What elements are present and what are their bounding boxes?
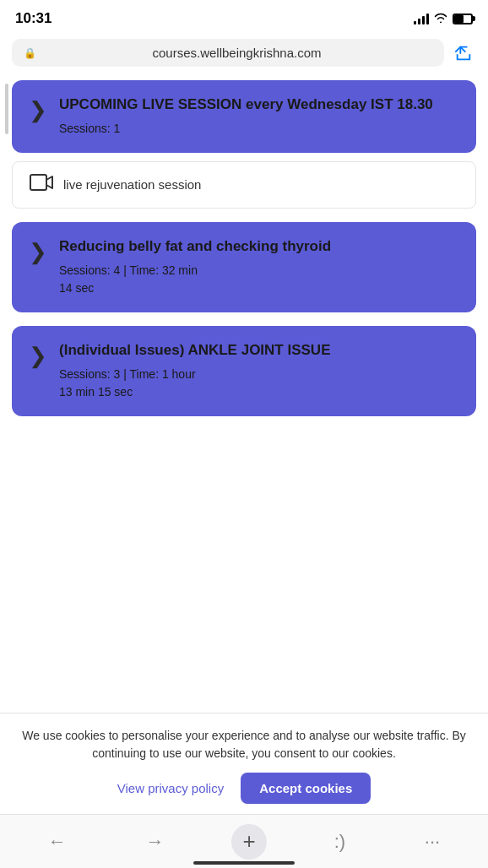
browser-nav-bar: ← → + :) ··· — [0, 814, 488, 868]
card-meta-upcoming: Sessions: 1 — [59, 120, 459, 138]
scrollbar — [5, 84, 8, 134]
cookie-actions: View privacy policy Accept cookies — [17, 773, 471, 804]
status-bar: 10:31 — [0, 0, 488, 34]
accept-cookies-button[interactable]: Accept cookies — [241, 773, 371, 804]
card-title-belly: Reducing belly fat and checking thyroid — [59, 237, 459, 257]
signal-icon — [414, 13, 429, 24]
course-card-ankle[interactable]: ❯ (Individual Issues) ANKLE JOINT ISSUE … — [12, 326, 476, 416]
forward-button[interactable]: → — [133, 824, 176, 860]
wifi-icon — [434, 12, 447, 25]
course-card-upcoming-live[interactable]: ❯ UPCOMING LIVE SESSION every Wednesday … — [12, 80, 476, 153]
card-title-ankle: (Individual Issues) ANKLE JOINT ISSUE — [59, 341, 459, 361]
dropdown-text: live rejuvenation session — [63, 177, 201, 192]
browser-bar: 🔒 courses.wellbeingkrishna.com — [0, 34, 488, 72]
content-area: ❯ UPCOMING LIVE SESSION every Wednesday … — [0, 72, 488, 416]
status-icons — [414, 12, 473, 25]
chevron-icon: ❯ — [29, 97, 47, 123]
card-text-upcoming: UPCOMING LIVE SESSION every Wednesday IS… — [59, 95, 459, 138]
url-bar[interactable]: 🔒 courses.wellbeingkrishna.com — [12, 39, 444, 67]
tabs-button[interactable]: :) — [323, 824, 357, 860]
card-meta-belly: Sessions: 4 | Time: 32 min14 sec — [59, 262, 459, 297]
video-icon — [30, 174, 53, 196]
url-text: courses.wellbeingkrishna.com — [41, 46, 432, 60]
back-button[interactable]: ← — [36, 824, 79, 860]
privacy-policy-link[interactable]: View privacy policy — [117, 781, 224, 795]
chevron-icon-2: ❯ — [29, 239, 47, 265]
lock-icon: 🔒 — [24, 47, 36, 59]
cookie-banner: We use cookies to personalise your exper… — [0, 713, 488, 814]
card-text-belly: Reducing belly fat and checking thyroid … — [59, 237, 459, 297]
course-card-belly-fat[interactable]: ❯ Reducing belly fat and checking thyroi… — [12, 222, 476, 312]
card-text-ankle: (Individual Issues) ANKLE JOINT ISSUE Se… — [59, 341, 459, 401]
card-title-upcoming: UPCOMING LIVE SESSION every Wednesday IS… — [59, 95, 459, 115]
cookie-text: We use cookies to personalise your exper… — [17, 727, 471, 762]
status-time: 10:31 — [15, 10, 52, 27]
card-meta-ankle: Sessions: 3 | Time: 1 hour13 min 15 sec — [59, 366, 459, 401]
chevron-icon-3: ❯ — [29, 343, 47, 369]
dropdown-panel[interactable]: live rejuvenation session — [12, 161, 476, 209]
share-icon — [454, 44, 473, 62]
new-tab-button[interactable]: + — [231, 824, 267, 860]
battery-icon — [453, 14, 473, 24]
home-indicator — [193, 861, 295, 865]
svg-rect-0 — [30, 175, 46, 190]
share-button[interactable] — [451, 41, 476, 66]
more-button[interactable]: ··· — [413, 824, 452, 860]
